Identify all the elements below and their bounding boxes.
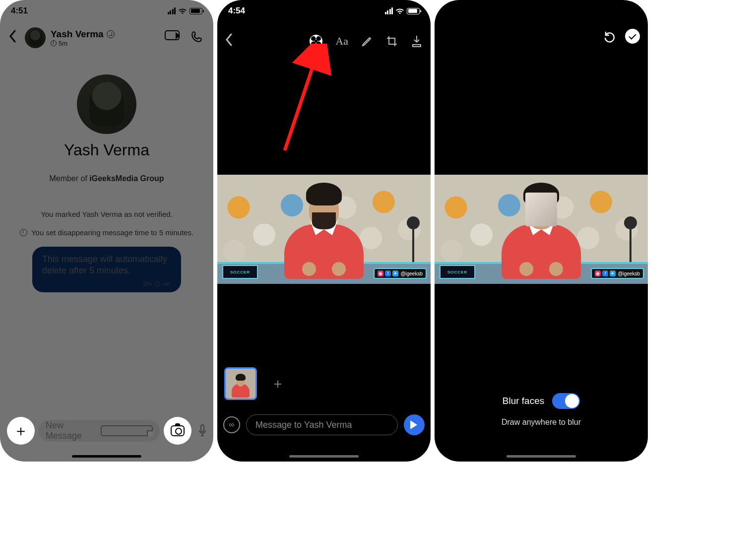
crop-tool-button[interactable] bbox=[386, 35, 398, 47]
home-indicator[interactable] bbox=[506, 455, 576, 458]
back-button[interactable] bbox=[5, 29, 20, 46]
status-time: 4:54 bbox=[228, 6, 245, 16]
soccer-overlay: SOCCER bbox=[222, 265, 258, 279]
screen-editor: 4:54 Aa SOCCER ◉f✦ @igeeksb bbox=[217, 0, 431, 462]
photo-preview[interactable]: SOCCER ◉f✦ @igeeksb bbox=[217, 175, 431, 284]
message-meta: 2m bbox=[42, 280, 171, 288]
blur-toolbar bbox=[603, 29, 640, 44]
undo-button[interactable] bbox=[603, 30, 616, 43]
blur-tool-button[interactable] bbox=[310, 35, 322, 48]
header-subtitle: 5m bbox=[59, 40, 67, 47]
sticker-icon[interactable] bbox=[101, 425, 153, 436]
draw-tool-button[interactable] bbox=[361, 35, 373, 47]
video-call-button[interactable] bbox=[165, 30, 180, 45]
caption-placeholder: Message to Yash Verma bbox=[255, 420, 352, 430]
caption-input[interactable]: Message to Yash Verma bbox=[246, 414, 398, 435]
timer-icon bbox=[155, 281, 160, 287]
cellular-icon bbox=[168, 7, 176, 14]
status-time: 4:51 bbox=[11, 6, 28, 16]
wifi-icon bbox=[178, 8, 187, 14]
status-icons bbox=[168, 7, 203, 14]
header-name: Yash Verma bbox=[51, 29, 104, 40]
save-button[interactable] bbox=[411, 35, 423, 48]
text-tool-button[interactable]: Aa bbox=[335, 35, 348, 48]
message-text: This message will automatically delete a… bbox=[42, 254, 171, 277]
status-bar: 4:54 bbox=[217, 0, 431, 22]
send-button[interactable] bbox=[404, 414, 425, 435]
svg-rect-0 bbox=[201, 425, 204, 432]
blur-faces-row: Blur faces bbox=[503, 393, 580, 409]
timer-icon bbox=[51, 40, 57, 46]
media-thumbnail[interactable] bbox=[224, 367, 257, 400]
view-once-button[interactable]: ∞ bbox=[223, 416, 240, 433]
done-button[interactable] bbox=[625, 29, 640, 44]
read-receipt-icon bbox=[163, 281, 171, 286]
profile-name: Yash Verma bbox=[64, 141, 149, 159]
input-bar: ＋ New Message bbox=[7, 416, 206, 446]
system-message-verified: You marked Yash Verma as not verified. bbox=[41, 210, 173, 218]
send-bar: ∞ Message to Yash Verma bbox=[223, 413, 425, 437]
message-bubble[interactable]: This message will automatically delete a… bbox=[32, 247, 181, 292]
chat-header: Yash Verma 5m bbox=[0, 22, 213, 54]
blur-controls: Blur faces Draw anywhere to blur bbox=[435, 393, 648, 427]
annotation-arrow bbox=[280, 44, 339, 153]
add-attachment-button[interactable]: ＋ bbox=[7, 417, 35, 445]
timer-icon bbox=[20, 229, 27, 236]
screen-chat: 4:51 Yash Verma 5m Yash Verma Member of … bbox=[0, 0, 213, 462]
message-placeholder: New Message bbox=[46, 420, 96, 441]
soccer-overlay: SOCCER bbox=[440, 265, 475, 279]
thumbnail-row: ＋ bbox=[224, 367, 285, 400]
back-button[interactable] bbox=[225, 33, 232, 50]
header-title-block[interactable]: Yash Verma 5m bbox=[51, 29, 115, 47]
avatar-small[interactable] bbox=[25, 27, 46, 48]
blur-hint: Draw anywhere to blur bbox=[502, 418, 581, 427]
system-message-timer: You set disappearing message time to 5 m… bbox=[10, 228, 203, 237]
camera-button[interactable] bbox=[164, 417, 191, 445]
photo-preview-blurred[interactable]: SOCCER ◉f✦ @igeeksb bbox=[435, 175, 648, 284]
editor-toolbar: Aa bbox=[217, 29, 431, 54]
home-indicator[interactable] bbox=[289, 455, 359, 458]
battery-icon bbox=[407, 8, 420, 14]
status-icons bbox=[385, 7, 420, 14]
microphone-button[interactable] bbox=[198, 424, 206, 437]
blur-faces-label: Blur faces bbox=[503, 396, 544, 406]
voice-call-button[interactable] bbox=[190, 30, 203, 45]
home-indicator[interactable] bbox=[72, 455, 141, 458]
watermark-tag: ◉f✦ @igeeksb bbox=[591, 268, 644, 279]
screen-blur: SOCCER ◉f✦ @igeeksb Blur faces Draw anyw… bbox=[435, 0, 648, 462]
svg-line-1 bbox=[285, 50, 318, 150]
message-input[interactable]: New Message bbox=[39, 420, 160, 442]
wifi-icon bbox=[395, 8, 404, 14]
battery-icon bbox=[189, 8, 202, 14]
status-bar: 4:51 bbox=[0, 0, 213, 22]
member-of-label: Member of iGeeksMedia Group bbox=[49, 174, 164, 183]
watermark-tag: ◉f✦ @igeeksb bbox=[374, 268, 427, 279]
plus-icon: ＋ bbox=[13, 421, 28, 441]
face-blur-region bbox=[525, 193, 557, 226]
add-media-button[interactable]: ＋ bbox=[271, 374, 285, 393]
check-icon bbox=[629, 32, 636, 40]
send-icon bbox=[410, 420, 422, 429]
unverified-icon bbox=[107, 30, 115, 38]
cellular-icon bbox=[385, 7, 393, 14]
camera-icon bbox=[171, 425, 185, 436]
avatar-large[interactable] bbox=[77, 74, 136, 134]
chat-body: Yash Verma Member of iGeeksMedia Group Y… bbox=[0, 60, 213, 407]
blur-faces-toggle[interactable] bbox=[552, 393, 580, 409]
